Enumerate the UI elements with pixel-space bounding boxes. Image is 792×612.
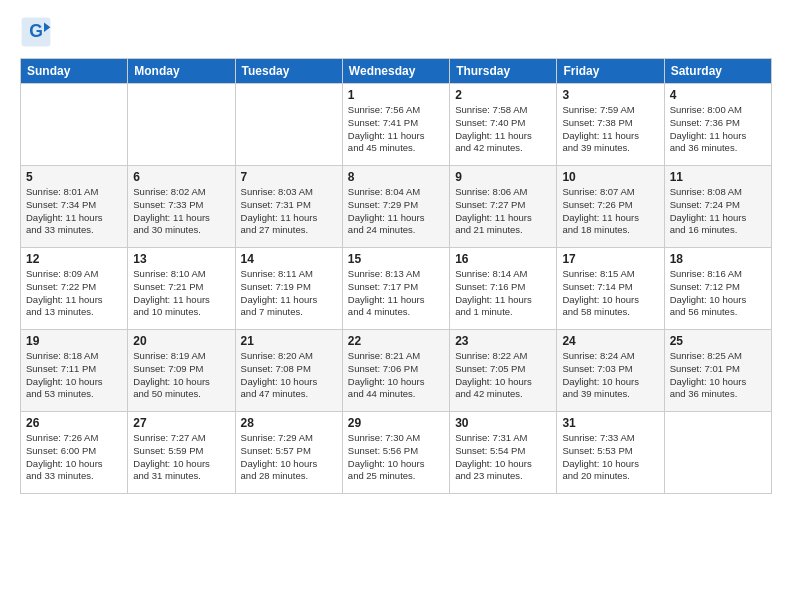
calendar-week-row: 26Sunrise: 7:26 AM Sunset: 6:00 PM Dayli…	[21, 412, 772, 494]
calendar-cell: 24Sunrise: 8:24 AM Sunset: 7:03 PM Dayli…	[557, 330, 664, 412]
day-info: Sunrise: 7:29 AM Sunset: 5:57 PM Dayligh…	[241, 432, 337, 483]
calendar-cell: 26Sunrise: 7:26 AM Sunset: 6:00 PM Dayli…	[21, 412, 128, 494]
weekday-header: Wednesday	[342, 59, 449, 84]
calendar-cell: 21Sunrise: 8:20 AM Sunset: 7:08 PM Dayli…	[235, 330, 342, 412]
day-info: Sunrise: 7:27 AM Sunset: 5:59 PM Dayligh…	[133, 432, 229, 483]
day-number: 27	[133, 416, 229, 430]
day-number: 29	[348, 416, 444, 430]
svg-text:G: G	[29, 21, 43, 41]
day-number: 30	[455, 416, 551, 430]
day-info: Sunrise: 7:59 AM Sunset: 7:38 PM Dayligh…	[562, 104, 658, 155]
day-number: 25	[670, 334, 766, 348]
calendar-cell	[128, 84, 235, 166]
calendar-cell: 28Sunrise: 7:29 AM Sunset: 5:57 PM Dayli…	[235, 412, 342, 494]
day-number: 2	[455, 88, 551, 102]
day-number: 20	[133, 334, 229, 348]
weekday-header: Monday	[128, 59, 235, 84]
logo: G	[20, 16, 56, 48]
day-info: Sunrise: 8:25 AM Sunset: 7:01 PM Dayligh…	[670, 350, 766, 401]
weekday-header: Tuesday	[235, 59, 342, 84]
calendar-week-row: 5Sunrise: 8:01 AM Sunset: 7:34 PM Daylig…	[21, 166, 772, 248]
calendar-cell: 2Sunrise: 7:58 AM Sunset: 7:40 PM Daylig…	[450, 84, 557, 166]
day-number: 1	[348, 88, 444, 102]
calendar-cell: 30Sunrise: 7:31 AM Sunset: 5:54 PM Dayli…	[450, 412, 557, 494]
weekday-header: Thursday	[450, 59, 557, 84]
day-number: 19	[26, 334, 122, 348]
day-number: 13	[133, 252, 229, 266]
day-number: 14	[241, 252, 337, 266]
calendar-cell: 18Sunrise: 8:16 AM Sunset: 7:12 PM Dayli…	[664, 248, 771, 330]
day-number: 12	[26, 252, 122, 266]
weekday-header: Saturday	[664, 59, 771, 84]
day-info: Sunrise: 8:15 AM Sunset: 7:14 PM Dayligh…	[562, 268, 658, 319]
day-info: Sunrise: 8:01 AM Sunset: 7:34 PM Dayligh…	[26, 186, 122, 237]
calendar-cell: 14Sunrise: 8:11 AM Sunset: 7:19 PM Dayli…	[235, 248, 342, 330]
day-number: 11	[670, 170, 766, 184]
day-info: Sunrise: 8:20 AM Sunset: 7:08 PM Dayligh…	[241, 350, 337, 401]
calendar-cell: 9Sunrise: 8:06 AM Sunset: 7:27 PM Daylig…	[450, 166, 557, 248]
calendar-cell: 23Sunrise: 8:22 AM Sunset: 7:05 PM Dayli…	[450, 330, 557, 412]
calendar-cell	[21, 84, 128, 166]
calendar-cell: 17Sunrise: 8:15 AM Sunset: 7:14 PM Dayli…	[557, 248, 664, 330]
day-number: 8	[348, 170, 444, 184]
day-number: 17	[562, 252, 658, 266]
calendar-header-row: SundayMondayTuesdayWednesdayThursdayFrid…	[21, 59, 772, 84]
day-info: Sunrise: 8:21 AM Sunset: 7:06 PM Dayligh…	[348, 350, 444, 401]
weekday-header: Friday	[557, 59, 664, 84]
day-info: Sunrise: 8:14 AM Sunset: 7:16 PM Dayligh…	[455, 268, 551, 319]
day-info: Sunrise: 8:04 AM Sunset: 7:29 PM Dayligh…	[348, 186, 444, 237]
day-number: 5	[26, 170, 122, 184]
day-info: Sunrise: 7:30 AM Sunset: 5:56 PM Dayligh…	[348, 432, 444, 483]
calendar-cell: 25Sunrise: 8:25 AM Sunset: 7:01 PM Dayli…	[664, 330, 771, 412]
day-info: Sunrise: 7:26 AM Sunset: 6:00 PM Dayligh…	[26, 432, 122, 483]
calendar-cell: 4Sunrise: 8:00 AM Sunset: 7:36 PM Daylig…	[664, 84, 771, 166]
day-info: Sunrise: 8:00 AM Sunset: 7:36 PM Dayligh…	[670, 104, 766, 155]
calendar-cell: 12Sunrise: 8:09 AM Sunset: 7:22 PM Dayli…	[21, 248, 128, 330]
day-info: Sunrise: 8:24 AM Sunset: 7:03 PM Dayligh…	[562, 350, 658, 401]
calendar-cell: 15Sunrise: 8:13 AM Sunset: 7:17 PM Dayli…	[342, 248, 449, 330]
calendar-week-row: 1Sunrise: 7:56 AM Sunset: 7:41 PM Daylig…	[21, 84, 772, 166]
day-number: 24	[562, 334, 658, 348]
calendar-cell	[664, 412, 771, 494]
calendar-cell: 16Sunrise: 8:14 AM Sunset: 7:16 PM Dayli…	[450, 248, 557, 330]
calendar-cell: 19Sunrise: 8:18 AM Sunset: 7:11 PM Dayli…	[21, 330, 128, 412]
day-info: Sunrise: 8:19 AM Sunset: 7:09 PM Dayligh…	[133, 350, 229, 401]
day-number: 3	[562, 88, 658, 102]
day-info: Sunrise: 8:03 AM Sunset: 7:31 PM Dayligh…	[241, 186, 337, 237]
day-info: Sunrise: 8:07 AM Sunset: 7:26 PM Dayligh…	[562, 186, 658, 237]
day-number: 23	[455, 334, 551, 348]
calendar-cell: 29Sunrise: 7:30 AM Sunset: 5:56 PM Dayli…	[342, 412, 449, 494]
calendar-cell: 6Sunrise: 8:02 AM Sunset: 7:33 PM Daylig…	[128, 166, 235, 248]
calendar-cell: 20Sunrise: 8:19 AM Sunset: 7:09 PM Dayli…	[128, 330, 235, 412]
calendar-cell	[235, 84, 342, 166]
day-info: Sunrise: 8:22 AM Sunset: 7:05 PM Dayligh…	[455, 350, 551, 401]
day-info: Sunrise: 7:31 AM Sunset: 5:54 PM Dayligh…	[455, 432, 551, 483]
day-number: 18	[670, 252, 766, 266]
day-number: 9	[455, 170, 551, 184]
day-number: 10	[562, 170, 658, 184]
day-number: 26	[26, 416, 122, 430]
calendar-cell: 13Sunrise: 8:10 AM Sunset: 7:21 PM Dayli…	[128, 248, 235, 330]
day-number: 16	[455, 252, 551, 266]
calendar-cell: 5Sunrise: 8:01 AM Sunset: 7:34 PM Daylig…	[21, 166, 128, 248]
day-info: Sunrise: 8:18 AM Sunset: 7:11 PM Dayligh…	[26, 350, 122, 401]
header: G	[20, 16, 772, 48]
logo-icon: G	[20, 16, 52, 48]
day-info: Sunrise: 8:02 AM Sunset: 7:33 PM Dayligh…	[133, 186, 229, 237]
day-number: 6	[133, 170, 229, 184]
calendar-cell: 10Sunrise: 8:07 AM Sunset: 7:26 PM Dayli…	[557, 166, 664, 248]
day-info: Sunrise: 8:09 AM Sunset: 7:22 PM Dayligh…	[26, 268, 122, 319]
day-info: Sunrise: 7:33 AM Sunset: 5:53 PM Dayligh…	[562, 432, 658, 483]
calendar-week-row: 12Sunrise: 8:09 AM Sunset: 7:22 PM Dayli…	[21, 248, 772, 330]
day-info: Sunrise: 8:06 AM Sunset: 7:27 PM Dayligh…	[455, 186, 551, 237]
calendar-cell: 3Sunrise: 7:59 AM Sunset: 7:38 PM Daylig…	[557, 84, 664, 166]
day-info: Sunrise: 8:13 AM Sunset: 7:17 PM Dayligh…	[348, 268, 444, 319]
calendar-cell: 1Sunrise: 7:56 AM Sunset: 7:41 PM Daylig…	[342, 84, 449, 166]
calendar-cell: 31Sunrise: 7:33 AM Sunset: 5:53 PM Dayli…	[557, 412, 664, 494]
day-info: Sunrise: 8:08 AM Sunset: 7:24 PM Dayligh…	[670, 186, 766, 237]
calendar-cell: 8Sunrise: 8:04 AM Sunset: 7:29 PM Daylig…	[342, 166, 449, 248]
calendar-cell: 22Sunrise: 8:21 AM Sunset: 7:06 PM Dayli…	[342, 330, 449, 412]
day-info: Sunrise: 7:56 AM Sunset: 7:41 PM Dayligh…	[348, 104, 444, 155]
day-number: 15	[348, 252, 444, 266]
day-number: 7	[241, 170, 337, 184]
